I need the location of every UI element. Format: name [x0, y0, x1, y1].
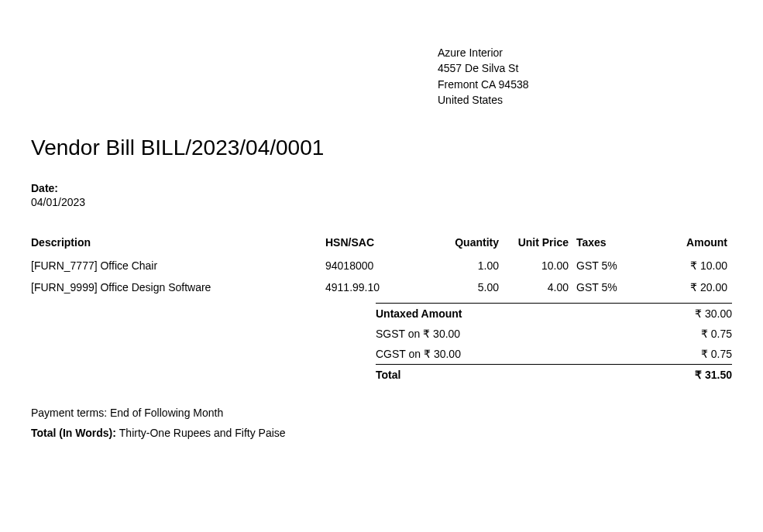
- table-header-row: Description HSN/SAC Quantity Unit Price …: [31, 233, 732, 256]
- cell-hsn: 4911.99.10: [325, 278, 418, 300]
- line-items-table: Description HSN/SAC Quantity Unit Price …: [31, 233, 732, 300]
- document-title: Vendor Bill BILL/2023/04/0001: [31, 136, 732, 160]
- table-row: [FURN_9999] Office Design Software 4911.…: [31, 278, 732, 300]
- cell-qty: 5.00: [418, 278, 504, 300]
- table-row: [FURN_7777] Office Chair 94018000 1.00 1…: [31, 256, 732, 278]
- cell-taxes: GST 5%: [573, 278, 643, 300]
- col-header-taxes: Taxes: [573, 233, 643, 256]
- totals-block: Untaxed Amount ₹ 30.00 SGST on ₹ 30.00 ₹…: [376, 303, 732, 385]
- total-value: ₹ 31.50: [695, 369, 732, 381]
- payment-terms: Payment terms: End of Following Month: [31, 407, 732, 419]
- date-block: Date: 04/01/2023: [31, 182, 732, 208]
- cell-unit-price: 4.00: [504, 278, 573, 300]
- vendor-name: Azure Interior: [438, 45, 529, 60]
- col-header-description: Description: [31, 233, 325, 256]
- cell-amount: ₹ 10.00: [643, 256, 732, 278]
- cell-unit-price: 10.00: [504, 256, 573, 278]
- untaxed-label: Untaxed Amount: [376, 307, 462, 320]
- untaxed-row: Untaxed Amount ₹ 30.00: [376, 303, 732, 324]
- footer: Payment terms: End of Following Month To…: [31, 407, 732, 439]
- cell-taxes: GST 5%: [573, 256, 643, 278]
- untaxed-value: ₹ 30.00: [695, 307, 732, 320]
- col-header-hsn: HSN/SAC: [325, 233, 418, 256]
- cell-description: [FURN_9999] Office Design Software: [31, 278, 325, 300]
- col-header-quantity: Quantity: [418, 233, 504, 256]
- vendor-address: Azure Interior 4557 De Silva St Fremont …: [438, 45, 529, 108]
- cell-amount: ₹ 20.00: [643, 278, 732, 300]
- total-in-words: Total (In Words): Thirty-One Rupees and …: [31, 427, 732, 439]
- sgst-label: SGST on ₹ 30.00: [376, 328, 460, 340]
- date-value: 04/01/2023: [31, 196, 732, 208]
- sgst-value: ₹ 0.75: [701, 328, 732, 340]
- cell-qty: 1.00: [418, 256, 504, 278]
- col-header-amount: Amount: [643, 233, 732, 256]
- total-row: Total ₹ 31.50: [376, 364, 732, 385]
- cgst-value: ₹ 0.75: [701, 348, 732, 360]
- vendor-street: 4557 De Silva St: [438, 60, 529, 76]
- vendor-city: Fremont CA 94538: [438, 77, 529, 92]
- vendor-country: United States: [438, 92, 529, 108]
- sgst-row: SGST on ₹ 30.00 ₹ 0.75: [376, 324, 732, 344]
- total-words-label: Total (In Words):: [31, 427, 119, 439]
- total-label: Total: [376, 369, 400, 381]
- total-words-value: Thirty-One Rupees and Fifty Paise: [119, 427, 286, 439]
- cell-hsn: 94018000: [325, 256, 418, 278]
- cgst-label: CGST on ₹ 30.00: [376, 348, 461, 360]
- cell-description: [FURN_7777] Office Chair: [31, 256, 325, 278]
- date-label: Date:: [31, 182, 732, 194]
- col-header-unit-price: Unit Price: [504, 233, 573, 256]
- cgst-row: CGST on ₹ 30.00 ₹ 0.75: [376, 344, 732, 364]
